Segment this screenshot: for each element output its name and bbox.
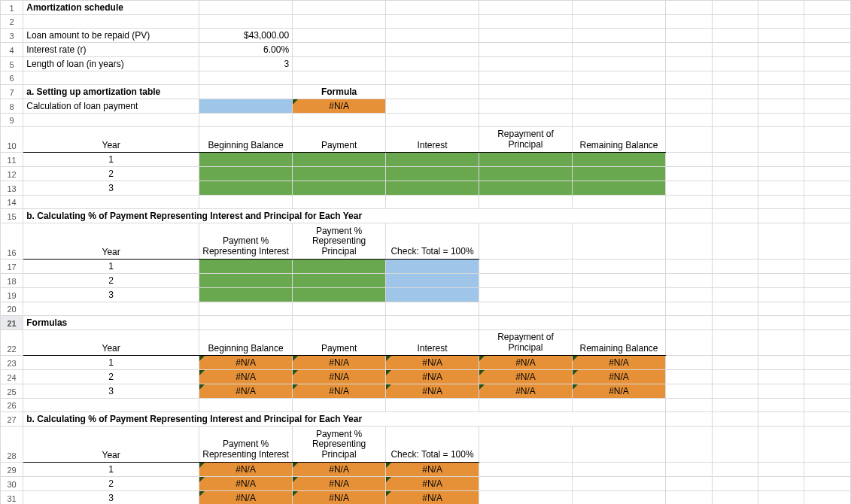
row-header-1[interactable]: 1	[1, 1, 23, 15]
cell-C28[interactable]: Payment % Representing Principal	[293, 427, 386, 463]
cell-A10[interactable]: Year	[23, 127, 199, 153]
cell-D30[interactable]: #N/A	[386, 477, 479, 491]
cell-D25[interactable]: #N/A	[386, 384, 479, 399]
cell-B7[interactable]	[199, 85, 293, 99]
cell-F11[interactable]	[573, 153, 666, 167]
cell-C1[interactable]	[293, 1, 386, 15]
cell-A18[interactable]: 2	[23, 274, 199, 288]
cell-D24[interactable]: #N/A	[386, 370, 479, 384]
cell-F1[interactable]	[573, 1, 666, 15]
cell-C10[interactable]: Payment	[293, 127, 386, 153]
cell-A16[interactable]: Year	[23, 223, 199, 260]
cell-A27[interactable]: b. Calculating % of Payment Representing…	[23, 412, 666, 427]
cell-E11[interactable]	[479, 153, 573, 167]
cell-H1[interactable]	[712, 1, 758, 15]
row-header-30[interactable]: 30	[1, 477, 23, 491]
row-header-6[interactable]: 6	[1, 71, 23, 85]
cell-I1[interactable]	[758, 1, 804, 15]
cell-B30[interactable]: #N/A	[199, 477, 293, 491]
cell-F25[interactable]: #N/A	[573, 384, 666, 399]
cell-B11[interactable]	[199, 153, 293, 167]
cell-A31[interactable]: 3	[23, 491, 199, 505]
row-header-10[interactable]: 10	[1, 127, 23, 153]
cell-A22[interactable]: Year	[23, 330, 199, 356]
row-header-18[interactable]: 18	[1, 274, 23, 288]
cell-A24[interactable]: 2	[23, 370, 199, 384]
cell-A1[interactable]: Amortization schedule	[23, 1, 199, 15]
cell-A13[interactable]: 3	[23, 181, 199, 196]
cell-D28[interactable]: Check: Total = 100%	[386, 427, 479, 463]
cell-A21[interactable]: Formulas	[23, 316, 199, 330]
cell-E25[interactable]: #N/A	[479, 384, 573, 399]
cell-E10[interactable]: Repayment of Principal	[479, 127, 573, 153]
cell-E22[interactable]: Repayment of Principal	[479, 330, 573, 356]
cell-A3[interactable]: Loan amount to be repaid (PV)	[23, 29, 199, 43]
cell-D16[interactable]: Check: Total = 100%	[386, 223, 479, 260]
cell-D1[interactable]	[386, 1, 479, 15]
cell-G1[interactable]	[666, 1, 712, 15]
cell-B22[interactable]: Beginning Balance	[199, 330, 293, 356]
row-header-25[interactable]: 25	[1, 384, 23, 399]
row-header-3[interactable]: 3	[1, 29, 23, 43]
cell-B8[interactable]	[199, 99, 293, 114]
cell-A17[interactable]: 1	[23, 260, 199, 274]
cell-C22[interactable]: Payment	[293, 330, 386, 356]
spreadsheet-grid[interactable]: 1 Amortization schedule 2 3 Loan amount …	[0, 0, 851, 504]
cell-F10[interactable]: Remaining Balance	[573, 127, 666, 153]
cell-B1[interactable]	[199, 1, 293, 15]
row-header-20[interactable]: 20	[1, 302, 23, 316]
row-header-23[interactable]: 23	[1, 356, 23, 370]
row-header-27[interactable]: 27	[1, 412, 23, 427]
row-header-5[interactable]: 5	[1, 57, 23, 71]
cell-C25[interactable]: #N/A	[293, 384, 386, 399]
row-header-17[interactable]: 17	[1, 260, 23, 274]
cell-A5[interactable]: Length of loan (in years)	[23, 57, 199, 71]
cell-E23[interactable]: #N/A	[479, 356, 573, 370]
cell-A11[interactable]: 1	[23, 153, 199, 167]
cell-B31[interactable]: #N/A	[199, 491, 293, 505]
cell-B25[interactable]: #N/A	[199, 384, 293, 399]
cell-D11[interactable]	[386, 153, 479, 167]
cell-A7[interactable]: a. Setting up amortization table	[23, 85, 199, 99]
cell-C11[interactable]	[293, 153, 386, 167]
row-header-21[interactable]: 21	[1, 316, 23, 330]
cell-A2[interactable]	[23, 15, 199, 29]
cell-C29[interactable]: #N/A	[293, 463, 386, 477]
row-header-9[interactable]: 9	[1, 114, 23, 127]
row-header-24[interactable]: 24	[1, 370, 23, 384]
row-header-11[interactable]: 11	[1, 153, 23, 167]
cell-A4[interactable]: Interest rate (r)	[23, 43, 199, 57]
row-header-31[interactable]: 31	[1, 491, 23, 505]
cell-A28[interactable]: Year	[23, 427, 199, 463]
cell-A12[interactable]: 2	[23, 167, 199, 181]
cell-B3[interactable]: $43,000.00	[199, 29, 293, 43]
cell-C30[interactable]: #N/A	[293, 477, 386, 491]
cell-D31[interactable]: #N/A	[386, 491, 479, 505]
cell-F22[interactable]: Remaining Balance	[573, 330, 666, 356]
cell-B29[interactable]: #N/A	[199, 463, 293, 477]
cell-D10[interactable]: Interest	[386, 127, 479, 153]
cell-A25[interactable]: 3	[23, 384, 199, 399]
row-header-26[interactable]: 26	[1, 399, 23, 412]
row-header-7[interactable]: 7	[1, 85, 23, 99]
cell-A8[interactable]: Calculation of loan payment	[23, 99, 199, 114]
cell-B16[interactable]: Payment % Representing Interest	[199, 223, 293, 260]
cell-E24[interactable]: #N/A	[479, 370, 573, 384]
cell-C7[interactable]: Formula	[293, 85, 386, 99]
row-header-19[interactable]: 19	[1, 288, 23, 302]
cell-D22[interactable]: Interest	[386, 330, 479, 356]
cell-A15[interactable]: b. Calculating % of Payment Representing…	[23, 209, 666, 223]
row-header-4[interactable]: 4	[1, 43, 23, 57]
cell-E1[interactable]	[479, 1, 573, 15]
row-header-22[interactable]: 22	[1, 330, 23, 356]
cell-B4[interactable]: 6.00%	[199, 43, 293, 57]
cell-B23[interactable]: #N/A	[199, 356, 293, 370]
cell-C31[interactable]: #N/A	[293, 491, 386, 505]
cell-A29[interactable]: 1	[23, 463, 199, 477]
cell-B24[interactable]: #N/A	[199, 370, 293, 384]
cell-F23[interactable]: #N/A	[573, 356, 666, 370]
row-header-14[interactable]: 14	[1, 196, 23, 209]
cell-C8[interactable]: #N/A	[293, 99, 386, 114]
cell-D23[interactable]: #N/A	[386, 356, 479, 370]
row-header-15[interactable]: 15	[1, 209, 23, 223]
